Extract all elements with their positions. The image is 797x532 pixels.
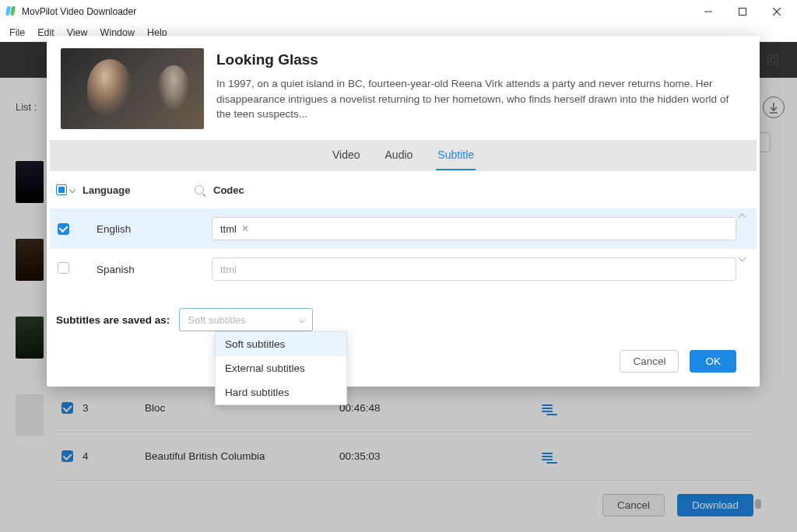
- modal-ok-button[interactable]: OK: [690, 350, 736, 373]
- svg-rect-1: [739, 9, 746, 16]
- tab-video[interactable]: Video: [331, 141, 362, 170]
- video-description: In 1997, on a quiet island in BC, fourte…: [216, 76, 746, 122]
- minimize-button[interactable]: [691, 1, 725, 23]
- save-as-value: Soft subtitles: [188, 314, 245, 326]
- titlebar: MovPilot Video Downloader: [0, 0, 797, 23]
- subtitle-codec-field[interactable]: ttml: [212, 257, 736, 281]
- column-language: Language: [83, 184, 185, 196]
- menu-file[interactable]: File: [3, 27, 31, 38]
- select-all-checkbox[interactable]: [56, 184, 67, 195]
- video-poster: [61, 48, 204, 129]
- subtitle-language: Spanish: [83, 264, 212, 275]
- subtitle-language: English: [83, 223, 212, 235]
- modal-cancel-button[interactable]: Cancel: [620, 350, 679, 373]
- subtitle-codec-field[interactable]: ttml ✕: [212, 217, 736, 240]
- chevron-down-icon[interactable]: [69, 187, 75, 193]
- subtitle-row[interactable]: English ttml ✕: [50, 208, 757, 249]
- chevron-down-icon: [299, 317, 305, 323]
- tab-subtitle[interactable]: Subtitle: [436, 141, 476, 170]
- codec-value: ttml: [220, 223, 237, 235]
- save-as-select[interactable]: Soft subtitles: [179, 308, 313, 331]
- subtitle-row[interactable]: Spanish ttml: [50, 249, 757, 289]
- save-as-label: Subtitles are saved as:: [56, 314, 170, 326]
- maximize-button[interactable]: [725, 1, 760, 23]
- subtitle-checkbox[interactable]: [58, 262, 69, 274]
- subtitle-table-header: Language Codec: [50, 171, 757, 208]
- app-logo-icon: [6, 6, 17, 17]
- subtitle-checkbox[interactable]: [58, 223, 69, 235]
- scroll-up-icon[interactable]: [738, 214, 746, 222]
- tab-audio[interactable]: Audio: [384, 141, 415, 170]
- dropdown-option[interactable]: External subtitles: [216, 356, 346, 380]
- codec-value: ttml: [220, 264, 237, 275]
- scroll-down-icon[interactable]: [738, 254, 746, 262]
- dropdown-option[interactable]: Hard subtitles: [216, 380, 346, 404]
- dropdown-option[interactable]: Soft subtitles: [216, 332, 346, 356]
- format-tabs: Video Audio Subtitle: [50, 140, 757, 171]
- save-as-dropdown: Soft subtitles External subtitles Hard s…: [215, 331, 347, 405]
- close-button[interactable]: [760, 1, 794, 23]
- column-codec: Codec: [213, 184, 736, 196]
- subtitle-settings-dialog: Looking Glass In 1997, on a quiet island…: [47, 36, 760, 387]
- app-title: MovPilot Video Downloader: [22, 6, 136, 17]
- search-icon[interactable]: [195, 185, 204, 194]
- remove-codec-icon[interactable]: ✕: [241, 223, 249, 234]
- video-title: Looking Glass: [216, 51, 746, 68]
